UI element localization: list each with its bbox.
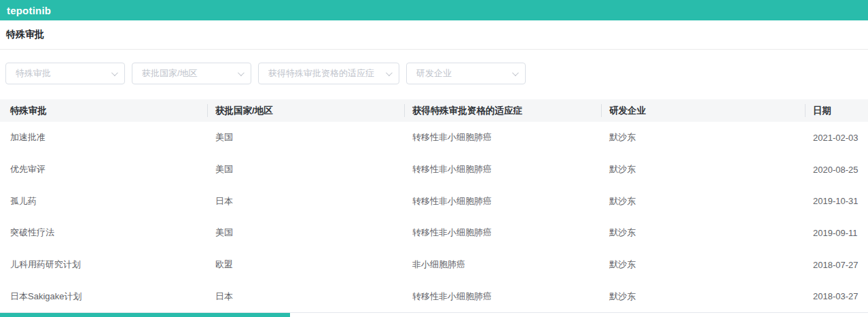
special-approval-table: 特殊审批 获批国家/地区 获得特殊审批资格的适应症 研发企业 日期 加速批准 美…	[0, 99, 868, 313]
column-header-indication: 获得特殊审批资格的适应症	[404, 99, 601, 122]
table-row: 优先审评 美国 转移性非小细胞肺癌 默沙东 2020-08-25	[0, 154, 868, 186]
next-section-header-bar	[0, 313, 290, 317]
filter-placeholder: 获批国家/地区	[142, 67, 198, 80]
cell-country: 美国	[207, 217, 404, 249]
column-header-country: 获批国家/地区	[207, 99, 404, 122]
cell-special-approval: 儿科用药研究计划	[0, 249, 207, 281]
cell-special-approval: 日本Sakigake计划	[0, 280, 207, 312]
section-header: 特殊审批	[0, 20, 868, 50]
cell-company: 默沙东	[601, 249, 805, 281]
cell-company: 默沙东	[601, 154, 805, 186]
table-row: 孤儿药 日本 转移性非小细胞肺癌 默沙东 2019-10-31	[0, 185, 868, 217]
table-row: 儿科用药研究计划 欧盟 非小细胞肺癌 默沙东 2018-07-27	[0, 249, 868, 281]
filter-special-approval[interactable]: 特殊审批	[5, 63, 125, 84]
column-header-date: 日期	[805, 99, 868, 122]
drug-name-title: tepotinib	[7, 5, 51, 16]
column-header-company: 研发企业	[601, 99, 805, 122]
chevron-down-icon	[238, 69, 245, 76]
cell-date: 2018-03-27	[805, 280, 868, 312]
cell-indication: 非小细胞肺癌	[404, 249, 601, 281]
chevron-down-icon	[386, 69, 393, 76]
cell-country: 欧盟	[207, 249, 404, 281]
cell-special-approval: 加速批准	[0, 122, 207, 154]
filter-qualified-indication[interactable]: 获得特殊审批资格的适应症	[258, 63, 399, 84]
cell-special-approval: 优先审评	[0, 154, 207, 186]
section-title: 特殊审批	[6, 29, 44, 41]
chevron-down-icon	[512, 69, 519, 76]
cell-company: 默沙东	[601, 280, 805, 312]
cell-date: 2018-07-27	[805, 249, 868, 281]
cell-indication: 转移性非小细胞肺癌	[404, 185, 601, 217]
cell-country: 日本	[207, 280, 404, 312]
filter-bar: 特殊审批 获批国家/地区 获得特殊审批资格的适应症 研发企业	[0, 50, 868, 84]
table-row: 日本Sakigake计划 日本 转移性非小细胞肺癌 默沙东 2018-03-27	[0, 280, 868, 312]
filter-placeholder: 研发企业	[416, 67, 452, 80]
drug-header-bar: tepotinib	[0, 0, 868, 20]
chevron-down-icon	[111, 69, 118, 76]
filter-placeholder: 特殊审批	[16, 67, 51, 80]
cell-indication: 转移性非小细胞肺癌	[404, 217, 601, 249]
cell-indication: 转移性非小细胞肺癌	[404, 122, 601, 154]
cell-indication: 转移性非小细胞肺癌	[404, 154, 601, 186]
cell-date: 2019-10-31	[805, 185, 868, 217]
cell-country: 美国	[207, 122, 404, 154]
cell-company: 默沙东	[601, 185, 805, 217]
filter-placeholder: 获得特殊审批资格的适应症	[268, 67, 374, 80]
table-header-row: 特殊审批 获批国家/地区 获得特殊审批资格的适应症 研发企业 日期	[0, 99, 868, 122]
cell-date: 2021-02-03	[805, 122, 868, 154]
cell-special-approval: 孤儿药	[0, 185, 207, 217]
cell-country: 美国	[207, 154, 404, 186]
cell-country: 日本	[207, 185, 404, 217]
filter-approval-country[interactable]: 获批国家/地区	[132, 63, 251, 84]
table-row: 突破性疗法 美国 转移性非小细胞肺癌 默沙东 2019-09-11	[0, 217, 868, 249]
filter-rd-company[interactable]: 研发企业	[406, 63, 526, 84]
table-row: 加速批准 美国 转移性非小细胞肺癌 默沙东 2021-02-03	[0, 122, 868, 154]
cell-indication: 转移性非小细胞肺癌	[404, 280, 601, 312]
cell-company: 默沙东	[601, 122, 805, 154]
cell-date: 2019-09-11	[805, 217, 868, 249]
cell-company: 默沙东	[601, 217, 805, 249]
cell-special-approval: 突破性疗法	[0, 217, 207, 249]
cell-date: 2020-08-25	[805, 154, 868, 186]
column-header-special-approval: 特殊审批	[0, 99, 207, 122]
